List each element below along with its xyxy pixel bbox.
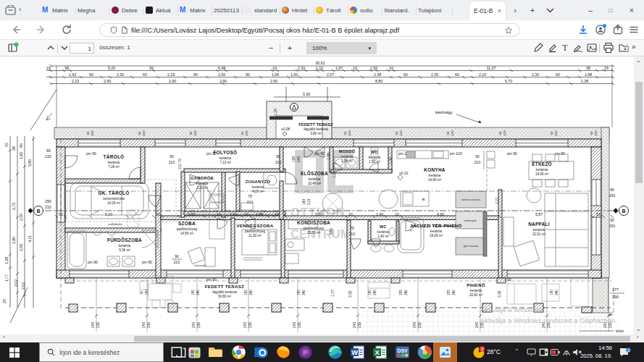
svg-text:kerámia: kerámia [309, 177, 321, 181]
svg-text:2,90: 2,90 [270, 79, 277, 83]
svg-text:180: 180 [368, 290, 372, 295]
svg-text:235: 235 [399, 290, 403, 295]
svg-text:150: 150 [145, 290, 149, 295]
svg-text:235: 235 [447, 290, 451, 295]
svg-text:2,02: 2,02 [498, 290, 501, 298]
svg-text:240: 240 [293, 322, 296, 328]
svg-text:19,09 m²: 19,09 m² [430, 234, 443, 237]
svg-text:240: 240 [249, 290, 253, 295]
svg-text:30: 30 [149, 66, 154, 70]
svg-text:10,49 m²: 10,49 m² [308, 182, 322, 185]
svg-text:KONDISZOBA: KONDISZOBA [297, 220, 330, 225]
svg-text:2,35: 2,35 [431, 72, 438, 77]
svg-text:1,93: 1,93 [69, 72, 76, 77]
svg-text:10: 10 [217, 212, 221, 216]
svg-text:30,61: 30,61 [315, 61, 325, 65]
svg-text:60: 60 [86, 131, 90, 135]
svg-text:FÜRDÕSZOBA: FÜRDÕSZOBA [107, 237, 142, 243]
svg-text:MOSDÓ: MOSDÓ [339, 148, 356, 153]
svg-text:1,85: 1,85 [256, 212, 263, 216]
svg-text:kültér: kültér [616, 329, 624, 333]
svg-text:60: 60 [343, 131, 347, 135]
svg-text:15: 15 [46, 66, 51, 70]
svg-text:240: 240 [91, 322, 95, 328]
svg-text:100: 100 [292, 156, 296, 162]
svg-text:240: 240 [142, 322, 146, 328]
svg-text:3,80: 3,80 [28, 159, 32, 167]
svg-text:150: 150 [91, 130, 94, 136]
svg-text:JACUZZI TÉR-PIHENÕ: JACUZZI TÉR-PIHENÕ [410, 223, 461, 228]
svg-text:160: 160 [302, 199, 306, 205]
svg-text:235: 235 [298, 322, 301, 328]
svg-text:2,38: 2,38 [374, 72, 381, 77]
svg-text:150: 150 [193, 130, 197, 136]
svg-text:1,97: 1,97 [335, 66, 343, 70]
svg-text:2,23: 2,23 [72, 79, 79, 83]
svg-text:38: 38 [12, 146, 16, 151]
svg-text:210: 210 [349, 232, 356, 236]
svg-text:ELÕSZOBA: ELÕSZOBA [301, 170, 328, 176]
svg-text:száraz szauna: száraz szauna [461, 198, 481, 201]
svg-text:4,11: 4,11 [28, 235, 32, 243]
svg-text:14,09 m²: 14,09 m² [535, 172, 549, 176]
svg-text:38: 38 [586, 66, 590, 70]
svg-text:KONYHA: KONYHA [424, 167, 446, 172]
svg-text:150: 150 [609, 224, 616, 228]
svg-text:1,98: 1,98 [585, 72, 592, 77]
svg-text:11,37: 11,37 [487, 66, 496, 70]
svg-text:235: 235 [147, 322, 151, 328]
svg-text:2,50: 2,50 [19, 214, 23, 221]
svg-text:kerámia: kerámia [533, 228, 545, 232]
svg-text:DSV: DSV [398, 348, 408, 353]
svg-text:60: 60 [590, 131, 593, 135]
svg-text:GARDRÓB: GARDRÓB [191, 175, 214, 180]
svg-text:90: 90 [276, 154, 280, 159]
svg-text:1,77: 1,77 [4, 274, 9, 282]
svg-text:pm 90: pm 90 [142, 260, 152, 264]
svg-text:240: 240 [302, 290, 306, 295]
svg-text:60: 60 [556, 72, 560, 77]
svg-text:1,00: 1,00 [230, 212, 237, 216]
svg-text:WC: WC [380, 224, 387, 229]
svg-text:60: 60 [138, 131, 141, 135]
svg-text:1,20: 1,20 [274, 109, 277, 116]
svg-text:VENDÉGSZOBA: VENDÉGSZOBA [236, 223, 273, 228]
svg-text:1,00: 1,00 [327, 153, 330, 160]
svg-text:1,80: 1,80 [12, 237, 16, 244]
svg-text:1,10: 1,10 [333, 171, 336, 178]
svg-text:2,00: 2,00 [218, 72, 225, 77]
svg-text:kerámia: kerámia [219, 156, 232, 160]
svg-text:240: 240 [243, 322, 247, 328]
svg-text:240: 240 [192, 322, 196, 328]
svg-text:3,30: 3,30 [303, 92, 311, 96]
svg-text:22,01 m²: 22,01 m² [532, 232, 546, 236]
svg-text:90: 90 [610, 188, 614, 192]
svg-text:60: 60 [143, 72, 147, 77]
svg-text:FOLYOSÓ: FOLYOSÓ [214, 149, 238, 155]
svg-text:H: H [422, 198, 425, 201]
svg-text:1,60: 1,60 [19, 152, 23, 159]
svg-text:2,90: 2,90 [104, 79, 111, 83]
svg-text:padlódeljáró: padlódeljáró [108, 223, 122, 226]
svg-text:3,85: 3,85 [330, 228, 333, 235]
svg-text:250: 250 [45, 199, 51, 203]
svg-text:210: 210 [178, 164, 182, 169]
svg-text:1,00: 1,00 [389, 157, 393, 164]
svg-text:kerámia: kerámia [369, 156, 381, 159]
svg-text:X: X [375, 349, 380, 356]
svg-text:90: 90 [475, 154, 480, 159]
svg-text:90: 90 [189, 131, 193, 135]
svg-text:7,28 m²: 7,28 m² [108, 165, 120, 169]
svg-text:9,36 m²: 9,36 m² [119, 248, 130, 252]
svg-text:14,56 m²: 14,56 m² [180, 232, 194, 235]
svg-text:120: 120 [399, 130, 403, 136]
svg-text:90: 90 [170, 154, 174, 159]
svg-text:75: 75 [248, 194, 252, 198]
svg-text:kavicságy: kavicságy [435, 110, 453, 114]
svg-text:GK. TÁROLÓ: GK. TÁROLÓ [98, 190, 129, 195]
svg-text:gőz szauna: gőz szauna [464, 244, 479, 248]
svg-text:235: 235 [96, 322, 100, 328]
svg-text:30,80 m²: 30,80 m² [218, 295, 232, 298]
svg-text:+0,10: +0,10 [399, 171, 409, 175]
svg-text:1,50: 1,50 [370, 66, 377, 70]
